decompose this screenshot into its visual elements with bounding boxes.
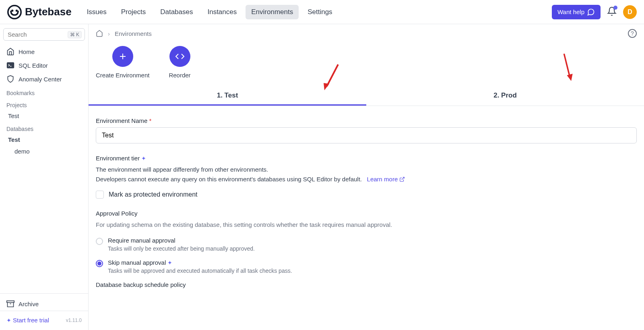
- nav-environments[interactable]: Environments: [246, 5, 299, 19]
- version-label: v1.11.0: [66, 318, 82, 323]
- external-link-icon: [399, 176, 405, 182]
- svg-rect-3: [7, 62, 14, 68]
- header-right: Want help D: [552, 5, 637, 19]
- env-actions: Create Environment Reorder: [89, 43, 644, 87]
- reorder-circle: [169, 46, 190, 67]
- nav-databases[interactable]: Databases: [155, 5, 198, 19]
- sidebar-databases-section: Databases: [2, 122, 86, 134]
- approval-heading: Approval Policy: [96, 210, 637, 217]
- sidebar-archive-label: Archive: [19, 301, 39, 307]
- sidebar-home[interactable]: Home: [2, 45, 86, 58]
- avatar[interactable]: D: [623, 5, 637, 19]
- search-wrap: ⌘ K: [2, 28, 86, 41]
- create-environment-button[interactable]: Create Environment: [96, 46, 149, 79]
- approval-desc: For updating schema on the existing data…: [96, 220, 637, 230]
- env-tabs: 1. Test 2. Prod: [89, 87, 644, 106]
- nav-issues[interactable]: Issues: [81, 5, 112, 19]
- tab-prod[interactable]: 2. Prod: [366, 87, 644, 106]
- learn-more-text: Learn more: [367, 174, 398, 184]
- sidebar-bookmarks-section: Bookmarks: [2, 86, 86, 98]
- protect-row[interactable]: Mark as protected environment: [96, 191, 637, 199]
- name-label-text: Environment Name: [96, 117, 147, 124]
- sidebar-projects-section: Projects: [2, 98, 86, 110]
- crumb-separator: ›: [108, 30, 110, 37]
- env-form: Environment Name * Environment tier ✦ Th…: [89, 106, 644, 299]
- sidebar-archive[interactable]: Archive: [2, 297, 86, 311]
- terminal-icon: [6, 61, 14, 69]
- tier-label: Environment tier: [96, 155, 140, 162]
- sparkle-icon: ✦: [167, 259, 172, 266]
- nav-instances[interactable]: Instances: [202, 5, 242, 19]
- radio-require-desc: Tasks will only be executed after being …: [108, 245, 255, 252]
- radio-skip-label: Skip manual approval ✦: [108, 259, 292, 266]
- learn-more-link[interactable]: Learn more: [367, 174, 405, 184]
- radio-skip-input[interactable]: [96, 260, 103, 267]
- svg-rect-5: [7, 301, 14, 303]
- sidebar-home-label: Home: [19, 48, 35, 55]
- tier-desc-line1: The environment will appear differently …: [96, 166, 268, 173]
- approval-radio-group: Require manual approval Tasks will only …: [96, 237, 637, 274]
- notification-dot: [613, 6, 617, 10]
- sparkle-icon: ✦: [6, 317, 11, 324]
- radio-require-input[interactable]: [96, 238, 103, 245]
- chat-icon: [587, 8, 595, 16]
- radio-require-label: Require manual approval: [108, 237, 255, 244]
- home-icon: [6, 48, 14, 56]
- radio-skip-manual[interactable]: Skip manual approval ✦ Tasks will be app…: [96, 259, 637, 274]
- plus-circle: [112, 46, 133, 67]
- sidebar-db-test[interactable]: Test: [2, 134, 86, 145]
- nav-links: Issues Projects Databases Instances Envi…: [81, 5, 338, 19]
- logo-text: Bytebase: [25, 6, 72, 18]
- sidebar-anomaly[interactable]: Anomaly Center: [2, 72, 86, 86]
- svg-point-0: [8, 5, 21, 18]
- logo-icon: [7, 5, 22, 19]
- sparkle-icon: ✦: [141, 155, 146, 162]
- code-icon: [175, 52, 185, 61]
- crumb-left: › Environments: [96, 30, 152, 37]
- search-shortcut: ⌘ K: [68, 31, 82, 38]
- sidebar-sql-label: SQL Editor: [19, 62, 48, 69]
- plus-icon: [118, 52, 128, 61]
- svg-line-13: [402, 177, 404, 180]
- reorder-label: Reorder: [169, 72, 190, 79]
- home-crumb-icon[interactable]: [96, 30, 103, 37]
- logo[interactable]: Bytebase: [7, 5, 72, 19]
- sidebar-project-test[interactable]: Test: [2, 110, 86, 122]
- archive-icon: [6, 300, 14, 308]
- start-trial-link[interactable]: ✦ Start free trial: [6, 317, 49, 324]
- tab-test[interactable]: 1. Test: [89, 87, 366, 106]
- want-help-button[interactable]: Want help: [552, 5, 601, 19]
- backup-heading: Database backup schedule policy: [96, 281, 637, 288]
- header: Bytebase Issues Projects Databases Insta…: [0, 0, 644, 24]
- sidebar-sql-editor[interactable]: SQL Editor: [2, 58, 86, 72]
- protect-label: Mark as protected environment: [109, 191, 198, 198]
- tier-desc: The environment will appear differently …: [96, 165, 637, 184]
- reorder-button[interactable]: Reorder: [169, 46, 190, 79]
- radio-require-manual[interactable]: Require manual approval Tasks will only …: [96, 237, 637, 252]
- name-label: Environment Name *: [96, 117, 637, 124]
- shield-icon: [6, 75, 14, 83]
- sidebar-footer-2: ✦ Start free trial v1.11.0: [0, 311, 88, 326]
- required-asterisk: *: [149, 117, 152, 124]
- tier-heading: Environment tier ✦: [96, 155, 637, 162]
- trial-row: ✦ Start free trial v1.11.0: [2, 314, 86, 326]
- radio-skip-text: Skip manual approval: [108, 259, 166, 266]
- page-help-button[interactable]: ?: [628, 29, 637, 38]
- sidebar-db-demo[interactable]: demo: [2, 145, 86, 157]
- breadcrumb: › Environments ?: [89, 24, 644, 43]
- nav-settings[interactable]: Settings: [302, 5, 338, 19]
- sidebar: ⌘ K Home SQL Editor Anomaly Center Bookm…: [0, 24, 89, 330]
- body: ⌘ K Home SQL Editor Anomaly Center Bookm…: [0, 24, 644, 330]
- header-left: Bytebase Issues Projects Databases Insta…: [7, 5, 338, 19]
- help-label: Want help: [557, 8, 584, 15]
- protect-checkbox[interactable]: [96, 191, 104, 199]
- environment-name-input[interactable]: [96, 127, 637, 143]
- create-env-label: Create Environment: [96, 72, 149, 79]
- nav-projects[interactable]: Projects: [116, 5, 151, 19]
- radio-skip-desc: Tasks will be approved and executed auto…: [108, 268, 292, 274]
- main: › Environments ? Create Environment Reor…: [89, 24, 644, 330]
- trial-label: Start free trial: [13, 317, 49, 324]
- crumb-environments[interactable]: Environments: [115, 30, 152, 37]
- notifications-button[interactable]: [607, 6, 617, 18]
- tier-desc-line2: Developers cannot execute any query on t…: [96, 176, 362, 183]
